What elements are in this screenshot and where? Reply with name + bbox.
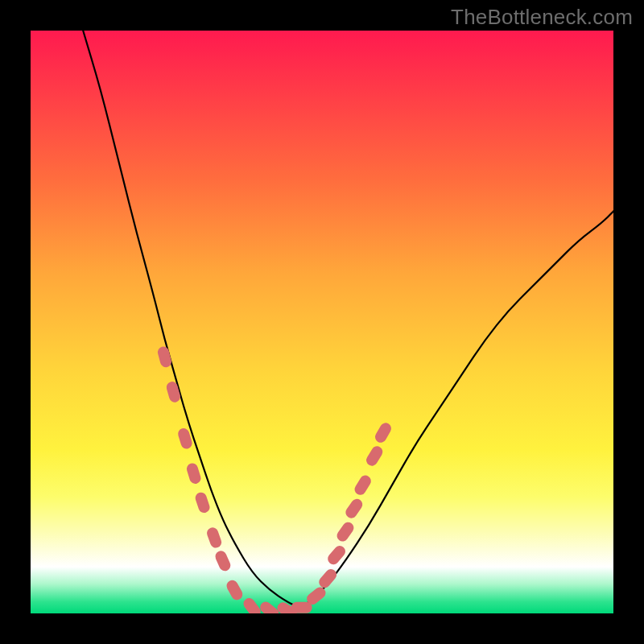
curve-marker [353,473,374,497]
curve-marker [242,596,263,613]
curve-marker [213,549,232,572]
chart-frame: TheBottleneck.com [0,0,644,644]
curve-marker [364,444,385,468]
curve-marker [156,345,172,369]
curve-marker [165,380,182,403]
curve-marker [205,526,223,549]
curve-marker [291,602,312,613]
curve-marker [335,520,356,543]
curve-marker [225,578,245,602]
attribution-text: TheBottleneck.com [451,5,633,30]
plot-area [31,31,613,613]
curve-marker [185,462,202,485]
curve-marker [194,491,211,514]
curve-marker [373,421,393,445]
curve-marker [316,567,339,590]
marker-group [156,345,393,613]
bottleneck-curve [83,31,613,606]
chart-overlay [31,31,613,613]
curve-marker [344,497,365,520]
